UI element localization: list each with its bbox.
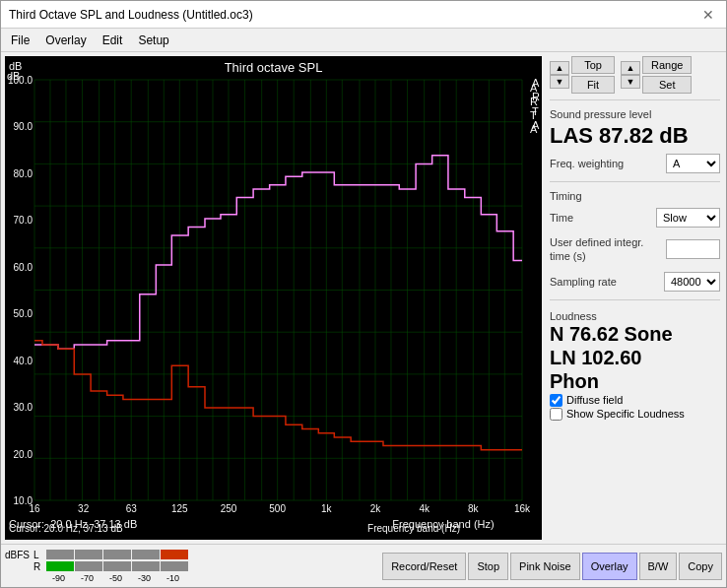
menu-edit[interactable]: Edit bbox=[97, 32, 129, 49]
fit-button[interactable]: Fit bbox=[571, 76, 615, 94]
time-select[interactable]: Slow Fast Impulse bbox=[656, 208, 720, 228]
sampling-rate-row: Sampling rate 48000 44100 96000 bbox=[550, 272, 720, 292]
diffuse-field-checkbox[interactable] bbox=[550, 394, 562, 407]
level-meters: dBFS L dBFS R bbox=[5, 550, 188, 583]
time-label: Time bbox=[550, 212, 573, 224]
y-axis-label: dB bbox=[9, 60, 22, 72]
meter-seg-l3 bbox=[103, 550, 131, 559]
sampling-rate-select[interactable]: 48000 44100 96000 bbox=[664, 272, 720, 292]
set-button[interactable]: Set bbox=[642, 76, 692, 94]
bottom-bar: dBFS L dBFS R bbox=[1, 544, 726, 587]
cursor-info: Cursor: 20.0 Hz, 37.13 dB bbox=[9, 523, 123, 534]
meter-seg-r2 bbox=[75, 561, 102, 571]
menu-setup[interactable]: Setup bbox=[132, 32, 174, 49]
db-marker-3: -50 bbox=[101, 573, 130, 583]
time-row: Time Slow Fast Impulse bbox=[550, 208, 720, 228]
timing-section-label: Timing bbox=[550, 190, 720, 202]
dbfs-spacer: dBFS bbox=[5, 561, 33, 572]
show-specific-checkbox[interactable] bbox=[550, 408, 562, 421]
user-defined-row: User defined integr. time (s) 10 bbox=[550, 235, 720, 264]
title-bar: Third Octave SPL and Loudness (Untitled.… bbox=[1, 1, 726, 29]
bw-button[interactable]: B/W bbox=[639, 553, 678, 580]
arta-label: ARTA bbox=[532, 76, 540, 132]
db-marker-2: -70 bbox=[73, 573, 101, 583]
sampling-rate-label: Sampling rate bbox=[550, 276, 617, 288]
l-label: L bbox=[33, 550, 45, 560]
range-down-btn[interactable]: ▼ bbox=[621, 75, 640, 89]
pink-noise-button[interactable]: Pink Noise bbox=[510, 553, 580, 580]
db-marker-5: -10 bbox=[159, 573, 187, 583]
top-up-btn[interactable]: ▲ bbox=[550, 61, 569, 75]
top-down-btn[interactable]: ▼ bbox=[550, 75, 569, 89]
r-label: R bbox=[33, 561, 45, 572]
top-controls: ▲ ▼ Top Fit ▲ ▼ bbox=[550, 56, 720, 94]
menu-file[interactable]: File bbox=[5, 32, 35, 49]
meter-seg-l5 bbox=[161, 550, 188, 559]
spl-value: LAS 87.82 dB bbox=[550, 124, 720, 148]
chart-area: Third octave SPL ARTA dB Cursor: 20.0 Hz… bbox=[5, 56, 542, 540]
user-defined-input[interactable]: 10 bbox=[666, 239, 720, 259]
close-button[interactable]: ✕ bbox=[698, 5, 718, 25]
l-meter bbox=[46, 550, 188, 559]
freq-weighting-row: Freq. weighting A B C Z bbox=[550, 154, 720, 173]
copy-button[interactable]: Copy bbox=[679, 553, 722, 580]
diffuse-field-row: Diffuse field bbox=[550, 394, 720, 407]
range-button[interactable]: Range bbox=[642, 56, 692, 74]
freq-weighting-label: Freq. weighting bbox=[550, 158, 624, 169]
window-title: Third Octave SPL and Loudness (Untitled.… bbox=[9, 8, 253, 22]
loudness-n-value: N 76.62 Sone bbox=[550, 322, 720, 346]
meter-seg-r4 bbox=[132, 561, 160, 571]
dbfs-label: dBFS bbox=[5, 550, 33, 560]
meter-seg-l2 bbox=[75, 550, 102, 559]
show-specific-row: Show Specific Loudness bbox=[550, 408, 720, 421]
db-markers-row: -90 -70 -50 -30 -10 bbox=[44, 573, 188, 583]
spl-section-label: Sound pressure level bbox=[550, 108, 720, 120]
divider-2 bbox=[550, 181, 720, 182]
overlay-button[interactable]: Overlay bbox=[582, 553, 637, 580]
db-marker-1: -90 bbox=[44, 573, 73, 583]
divider-1 bbox=[550, 99, 720, 100]
loudness-phon-label: Phon bbox=[550, 369, 720, 393]
meter-seg-r3 bbox=[103, 561, 131, 571]
divider-3 bbox=[550, 299, 720, 300]
main-window: Third Octave SPL and Loudness (Untitled.… bbox=[0, 0, 727, 588]
diffuse-field-label: Diffuse field bbox=[566, 394, 623, 406]
loudness-section: Loudness N 76.62 Sone LN 102.60 Phon Dif… bbox=[550, 308, 720, 422]
show-specific-label: Show Specific Loudness bbox=[566, 408, 685, 420]
user-defined-label: User defined integr. time (s) bbox=[550, 235, 658, 264]
top-button[interactable]: Top bbox=[571, 56, 615, 74]
menu-overlay[interactable]: Overlay bbox=[39, 32, 92, 49]
top-fit-group: ▲ ▼ Top Fit bbox=[550, 56, 615, 94]
db-marker-4: -30 bbox=[130, 573, 159, 583]
stop-button[interactable]: Stop bbox=[468, 553, 508, 580]
meter-seg-r1 bbox=[46, 561, 74, 571]
right-panel: ▲ ▼ Top Fit ▲ ▼ bbox=[544, 52, 726, 544]
meter-seg-l4 bbox=[132, 550, 160, 559]
record-reset-button[interactable]: Record/Reset bbox=[382, 553, 466, 580]
range-up-btn[interactable]: ▲ bbox=[621, 61, 640, 75]
loudness-ln-value: LN 102.60 bbox=[550, 346, 720, 369]
range-set-group: ▲ ▼ Range Set bbox=[621, 56, 692, 94]
r-meter bbox=[46, 561, 188, 571]
meter-seg-l1 bbox=[46, 550, 74, 559]
x-axis-title: Frequency band (Hz) bbox=[325, 523, 502, 534]
loudness-section-label: Loudness bbox=[550, 310, 720, 322]
chart-title: Third octave SPL bbox=[5, 60, 542, 75]
action-buttons: Record/Reset Stop Pink Noise Overlay B/W… bbox=[382, 553, 722, 580]
menu-bar: File Overlay Edit Setup bbox=[1, 29, 726, 52]
content-area: Third octave SPL ARTA dB Cursor: 20.0 Hz… bbox=[1, 52, 726, 544]
freq-weighting-select[interactable]: A B C Z bbox=[666, 154, 720, 173]
meter-seg-r5 bbox=[161, 561, 188, 571]
